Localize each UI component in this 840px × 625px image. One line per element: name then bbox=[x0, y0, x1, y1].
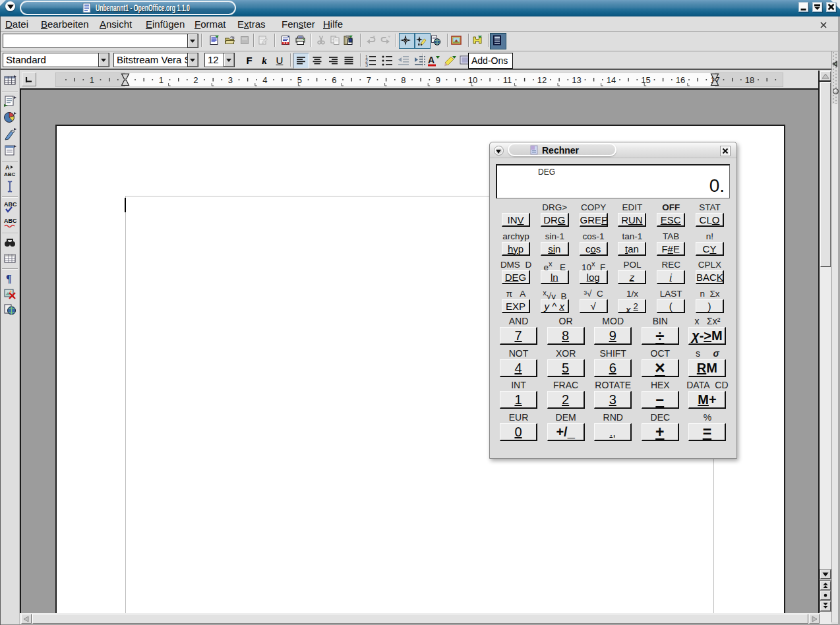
svg-text:2: 2 bbox=[193, 75, 198, 85]
svg-text:9: 9 bbox=[436, 75, 440, 85]
svg-text:10: 10 bbox=[468, 75, 477, 85]
svg-text:11: 11 bbox=[503, 75, 512, 85]
svg-text:18: 18 bbox=[745, 75, 754, 85]
svg-text:ABC: ABC bbox=[4, 218, 17, 224]
svg-text:16: 16 bbox=[676, 75, 685, 85]
svg-text:A: A bbox=[5, 164, 10, 171]
svg-text:ABC: ABC bbox=[4, 171, 16, 177]
svg-text:7: 7 bbox=[367, 75, 371, 85]
svg-text:5: 5 bbox=[297, 75, 302, 85]
svg-text:8: 8 bbox=[401, 75, 405, 85]
svg-text:12: 12 bbox=[537, 75, 547, 85]
svg-text:1: 1 bbox=[90, 75, 94, 85]
svg-text:6: 6 bbox=[332, 75, 336, 85]
svg-text:ABC: ABC bbox=[4, 201, 17, 208]
svg-text:4: 4 bbox=[262, 75, 267, 85]
svg-text:3: 3 bbox=[365, 63, 368, 67]
svg-text:13: 13 bbox=[572, 75, 581, 85]
svg-text:A: A bbox=[428, 55, 435, 65]
svg-text:3: 3 bbox=[228, 75, 233, 85]
svg-text:14: 14 bbox=[607, 75, 616, 85]
svg-text:1: 1 bbox=[159, 75, 164, 85]
svg-text:¶: ¶ bbox=[6, 273, 12, 284]
svg-text:15: 15 bbox=[641, 75, 650, 85]
